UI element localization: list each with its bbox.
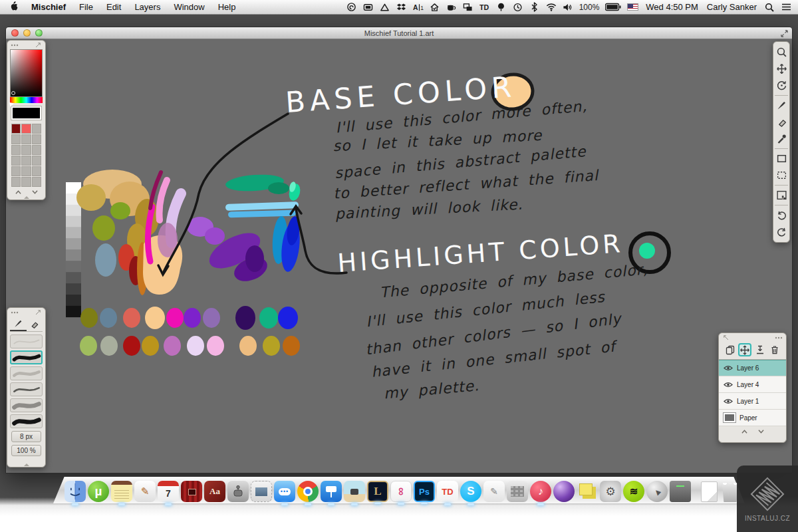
windows-swap-icon[interactable] (463, 2, 473, 13)
zoom-tool-icon[interactable] (773, 44, 789, 61)
tab-eraser[interactable] (27, 317, 43, 331)
dock-icon-mischief[interactable]: ∞ (390, 481, 412, 502)
tab-brush[interactable] (10, 317, 27, 331)
dock-icon-document[interactable] (701, 481, 718, 502)
coffee-icon[interactable] (446, 2, 457, 13)
dock-icon-calendar[interactable]: 7 (158, 481, 179, 502)
dock-icon-dictionary[interactable]: Aa (204, 481, 225, 502)
dock-icon-eclipse[interactable] (553, 481, 575, 502)
brush-preset-6[interactable] (10, 414, 43, 428)
color-swatch-4[interactable] (21, 134, 31, 144)
current-color-well[interactable] (11, 106, 42, 120)
panel-resize-grip[interactable] (24, 196, 29, 199)
dock-icon-messages[interactable]: ••• (274, 481, 295, 502)
wifi-icon[interactable] (546, 2, 557, 13)
dock-icon-calculator[interactable] (507, 481, 528, 502)
color-swatch-9[interactable] (11, 156, 21, 166)
chevron-down-icon[interactable] (757, 429, 765, 434)
dock-icon-automator[interactable] (227, 481, 249, 502)
brush-preset-5[interactable] (10, 398, 43, 412)
dock-icon-photoshop[interactable]: Ps (414, 481, 435, 502)
dock-icon-iphoto[interactable] (344, 481, 365, 502)
menu-user[interactable]: Carly Sanker (706, 2, 758, 12)
brush-size-button[interactable]: 8 px (11, 431, 41, 442)
new-layer-icon[interactable] (724, 343, 737, 356)
time-machine-icon[interactable] (513, 2, 523, 13)
dock-icon-keynote[interactable] (321, 481, 342, 502)
close-button[interactable] (11, 29, 19, 37)
title-bar[interactable]: Mischief Tutorial 1.art (6, 27, 792, 39)
color-swatch-6[interactable] (11, 145, 21, 155)
eye-icon[interactable] (724, 365, 733, 371)
dock-icon-drive[interactable] (670, 481, 691, 502)
dock-icon-lol[interactable]: L (367, 481, 388, 502)
redo-tool-icon[interactable] (773, 223, 789, 240)
us-flag-icon[interactable] (627, 3, 638, 11)
color-swatch-15[interactable] (11, 177, 21, 187)
bluetooth-icon[interactable] (529, 2, 540, 13)
panel-pin-icon[interactable] (35, 309, 42, 316)
layer-row-layer-4[interactable]: Layer 4 (719, 376, 786, 393)
eye-icon[interactable] (724, 398, 733, 404)
google-drive-icon[interactable] (380, 2, 390, 13)
color-panel-header[interactable] (7, 41, 45, 49)
rectangle-tool-icon[interactable] (773, 150, 789, 167)
creative-cloud-icon[interactable] (346, 2, 357, 13)
color-swatch-3[interactable] (11, 134, 21, 144)
menu-file[interactable]: File (72, 0, 100, 15)
search-icon[interactable] (764, 2, 775, 13)
picker-cursor[interactable] (11, 91, 15, 95)
dock-icon-chrome[interactable] (297, 481, 319, 502)
brush-preset-1[interactable] (10, 334, 43, 348)
menu-window[interactable]: Window (167, 0, 211, 15)
color-swatch-10[interactable] (21, 156, 31, 166)
brush-preset-3[interactable] (10, 366, 43, 380)
menu-edit[interactable]: Edit (100, 0, 128, 15)
layer-row-layer-1[interactable]: Layer 1 (719, 393, 786, 410)
brush-preset-4[interactable] (10, 382, 43, 396)
layer-row-paper[interactable]: Paper (719, 410, 786, 426)
canvas[interactable]: BASE COLOR I'll use this color more ofte… (6, 39, 792, 473)
dock-icon-skype[interactable]: S (460, 481, 481, 502)
color-swatch-1[interactable] (21, 124, 31, 134)
dock-icon-spotify[interactable]: ≋ (623, 481, 644, 502)
typekit-td-icon[interactable]: TD (479, 2, 490, 13)
dock-icon-stickies[interactable] (577, 481, 598, 502)
dock-icon-notes[interactable] (111, 481, 132, 502)
dock-icon-mail[interactable] (251, 481, 272, 502)
eraser-tool-icon[interactable] (773, 114, 789, 130)
dock-icon-utorrent[interactable]: µ (88, 481, 109, 502)
notification-center-icon[interactable] (781, 2, 791, 13)
dock-icon-sysprefs[interactable]: ⚙ (600, 481, 621, 502)
color-swatch-13[interactable] (21, 166, 31, 176)
rotate-tool-icon[interactable] (773, 77, 789, 94)
layers-panel-header[interactable] (719, 333, 786, 342)
chevron-down-icon[interactable] (31, 190, 39, 195)
dock-icon-rocket[interactable]: ▲ (646, 481, 668, 502)
color-swatch-12[interactable] (11, 166, 21, 176)
panel-pin-icon[interactable] (722, 334, 730, 341)
battery-icon[interactable] (605, 2, 621, 13)
color-swatch-0[interactable] (11, 124, 21, 134)
dock-icon-todoist[interactable]: TD (437, 481, 458, 502)
merge-down-icon[interactable] (753, 343, 767, 356)
dock-icon-photobooth[interactable] (181, 481, 202, 502)
eyedropper-tool-icon[interactable] (773, 130, 789, 147)
color-swatch-16[interactable] (21, 177, 31, 187)
color-gradient-picker[interactable] (10, 49, 43, 97)
dropbox-icon[interactable] (396, 2, 407, 13)
eye-icon[interactable] (724, 382, 733, 388)
color-swatch-8[interactable] (32, 145, 41, 155)
dock-icon-finder[interactable] (65, 481, 86, 502)
delete-layer-icon[interactable] (768, 343, 781, 356)
minimize-button[interactable] (23, 29, 31, 37)
color-swatch-11[interactable] (32, 156, 41, 166)
chevron-up-icon[interactable] (741, 429, 748, 434)
undo-tool-icon[interactable] (773, 207, 789, 223)
dock-icon-itunes[interactable]: ♪ (530, 481, 551, 502)
hue-strip[interactable] (10, 97, 43, 103)
color-swatch-5[interactable] (32, 134, 41, 144)
brush-preset-2[interactable] (10, 350, 43, 364)
menu-help[interactable]: Help (211, 0, 243, 15)
panel-resize-grip[interactable] (24, 464, 29, 466)
